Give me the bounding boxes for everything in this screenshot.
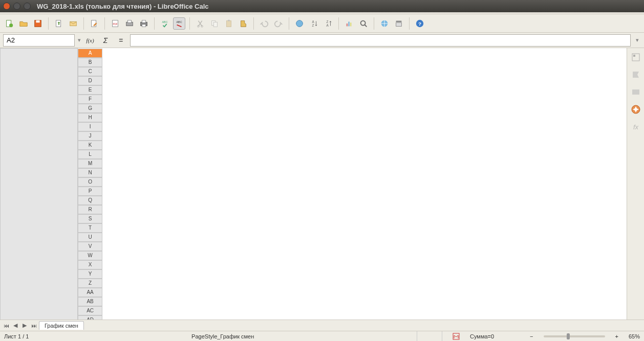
column-header[interactable]: AA — [78, 288, 102, 297]
svg-rect-27 — [347, 24, 348, 26]
column-header[interactable]: O — [78, 177, 102, 187]
column-header[interactable]: G — [78, 104, 102, 113]
svg-rect-28 — [348, 21, 350, 26]
copy-button[interactable] — [208, 17, 221, 30]
cell-reference-input[interactable] — [3, 34, 75, 47]
column-header[interactable]: M — [78, 159, 102, 168]
column-header[interactable]: P — [78, 187, 102, 196]
column-header[interactable]: L — [78, 150, 102, 159]
redo-button[interactable] — [272, 17, 285, 30]
help-button[interactable]: ? — [414, 17, 426, 30]
edit-mode-button[interactable] — [88, 17, 100, 30]
window-title: WG_2018-1.xls (только для чтения) - Libr… — [37, 3, 209, 10]
column-header[interactable]: R — [78, 205, 102, 214]
window-close-icon[interactable] — [3, 3, 10, 10]
svg-text:Z: Z — [312, 24, 314, 27]
column-header[interactable]: U — [78, 233, 102, 242]
column-header[interactable]: H — [78, 113, 102, 122]
hyperlink-button[interactable] — [293, 17, 306, 30]
column-header[interactable]: AB — [78, 297, 102, 306]
column-header[interactable]: Y — [78, 269, 102, 279]
zoom-out-button[interactable]: − — [530, 333, 533, 339]
cut-button[interactable] — [194, 17, 206, 30]
email-button[interactable] — [67, 17, 79, 30]
undo-button[interactable] — [258, 17, 270, 30]
sidebar-navigator-icon[interactable] — [630, 103, 642, 116]
spellcheck-auto-button[interactable]: ABC — [173, 17, 185, 30]
svg-text:Z: Z — [326, 20, 328, 24]
column-header[interactable]: AD — [78, 315, 102, 320]
svg-text:A: A — [312, 20, 314, 24]
sum-button[interactable]: Σ — [99, 34, 112, 47]
sort-asc-button[interactable]: AZ — [308, 17, 320, 30]
svg-rect-21 — [228, 19, 230, 21]
print-preview-button[interactable] — [123, 17, 136, 30]
svg-point-30 — [361, 20, 366, 25]
zoom-slider[interactable] — [544, 335, 605, 337]
main-toolbar: PDF ABC ABC AZ ZA ? — [0, 14, 644, 33]
sidebar-styles-icon[interactable] — [630, 69, 642, 81]
svg-rect-38 — [632, 89, 639, 95]
column-header[interactable]: D — [78, 76, 102, 85]
find-button[interactable] — [357, 17, 370, 30]
column-header[interactable]: E — [78, 85, 102, 95]
select-all-corner[interactable] — [1, 49, 78, 320]
column-header[interactable]: C — [78, 67, 102, 76]
column-header[interactable]: N — [78, 168, 102, 177]
tab-next-button[interactable]: ▶ — [20, 322, 29, 330]
svg-text:?: ? — [418, 20, 421, 26]
svg-rect-10 — [127, 20, 131, 22]
column-header[interactable]: X — [78, 260, 102, 269]
extension-button[interactable] — [378, 17, 391, 30]
column-header[interactable]: W — [78, 251, 102, 260]
svg-rect-3 — [36, 20, 39, 22]
page-style-indicator: PageStyle_График смен — [191, 333, 254, 339]
spreadsheet-grid[interactable]: ABCDEFGHIJKLMNOPQRSTUVWXYZAAABACADAEAFAG… — [0, 48, 627, 320]
sort-desc-button[interactable]: ZA — [322, 17, 334, 30]
svg-rect-33 — [396, 22, 402, 26]
tab-first-button[interactable]: ⏮ — [2, 322, 10, 330]
sidebar-gallery-icon[interactable] — [630, 86, 642, 98]
column-header[interactable]: Q — [78, 196, 102, 205]
column-header[interactable]: A — [78, 49, 102, 58]
zoom-level[interactable]: 65% — [629, 333, 640, 339]
open-button[interactable] — [17, 17, 30, 30]
chart-button[interactable] — [343, 17, 355, 30]
column-header[interactable]: I — [78, 122, 102, 131]
column-header[interactable]: V — [78, 242, 102, 251]
column-header[interactable]: AC — [78, 306, 102, 315]
column-header[interactable]: T — [78, 223, 102, 233]
column-header[interactable]: Z — [78, 279, 102, 288]
tab-prev-button[interactable]: ◀ — [11, 322, 19, 330]
equals-button[interactable]: = — [115, 34, 127, 47]
insert-mode-indicator[interactable] — [417, 331, 442, 341]
column-header[interactable]: K — [78, 141, 102, 150]
sum-indicator: Сумма=0 — [470, 333, 494, 339]
window-titlebar: WG_2018-1.xls (только для чтения) - Libr… — [0, 0, 644, 12]
save-button[interactable] — [32, 17, 44, 30]
clone-format-button[interactable] — [237, 17, 249, 30]
window-minimize-icon[interactable] — [13, 3, 20, 10]
svg-point-22 — [296, 20, 303, 27]
window-maximize-icon[interactable] — [24, 3, 31, 10]
tab-last-button[interactable]: ⏭ — [30, 322, 38, 330]
svg-rect-29 — [350, 22, 352, 26]
export-button[interactable] — [53, 17, 65, 30]
column-header[interactable]: F — [78, 95, 102, 104]
paste-button[interactable] — [223, 17, 235, 30]
column-header[interactable]: B — [78, 58, 102, 67]
formula-input[interactable] — [130, 34, 631, 47]
column-header[interactable]: J — [78, 131, 102, 141]
spellcheck-abc-button[interactable]: ABC — [159, 17, 171, 30]
sheet-indicator: Лист 1 / 1 — [4, 333, 29, 339]
sheet-tab[interactable]: График смен — [39, 321, 84, 330]
function-wizard-button[interactable]: f(x) — [84, 34, 96, 47]
sidebar-properties-icon[interactable] — [630, 51, 642, 63]
pdf-export-button[interactable]: PDF — [109, 17, 121, 30]
zoom-in-button[interactable]: + — [615, 333, 618, 339]
sidebar-functions-icon[interactable]: fx — [630, 121, 642, 133]
print-button[interactable] — [138, 17, 150, 30]
headers-button[interactable] — [393, 17, 405, 30]
column-header[interactable]: S — [78, 214, 102, 223]
new-doc-button[interactable] — [3, 17, 15, 30]
